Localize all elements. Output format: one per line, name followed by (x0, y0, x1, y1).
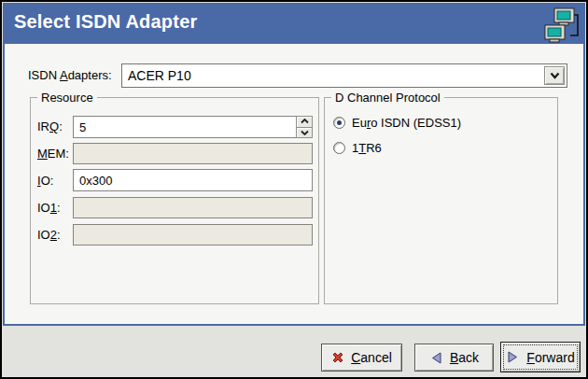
back-arrow-icon (429, 351, 443, 365)
cancel-button-label: Cancel (351, 350, 392, 365)
isdn-adapter-selected-value: ACER P10 (128, 68, 191, 83)
cancel-x-icon (331, 351, 344, 364)
spin-up-icon (301, 119, 309, 124)
dialog-header: Select ISDN Adapter (3, 3, 585, 45)
irq-spinner-input[interactable] (73, 116, 313, 138)
io2-label: IO2: (37, 228, 61, 242)
io-input[interactable] (73, 169, 313, 191)
resource-group: Resource IRQ: MEM: IO: IO1: IO2: (30, 97, 319, 304)
isdn-adapters-label: ISDN Adapters: (28, 68, 112, 82)
radio-1tr6[interactable] (333, 142, 345, 154)
io2-input (73, 224, 313, 246)
radio-euro-isdn[interactable] (333, 117, 345, 129)
back-button-label: Back (450, 350, 479, 365)
page-title: Select ISDN Adapter (14, 11, 197, 33)
network-computers-icon (542, 6, 581, 45)
spin-up-button[interactable] (296, 116, 313, 128)
chevron-down-icon (550, 72, 560, 79)
spin-down-button[interactable] (296, 128, 313, 139)
cancel-button[interactable]: Cancel (321, 344, 402, 372)
combobox-dropdown-button[interactable] (544, 66, 565, 85)
d-channel-protocol-group: D Channel Protocol Euro ISDN (EDSS1) 1TR… (324, 97, 558, 304)
forward-button-label: Forward (526, 350, 574, 365)
radio-selected-dot (337, 120, 342, 125)
irq-label: IRQ: (37, 119, 63, 133)
dialog-content: ISDN Adapters: ACER P10 Resource IRQ: (3, 44, 585, 326)
isdn-adapter-combobox[interactable]: ACER P10 (121, 63, 567, 88)
radio-1tr6-label[interactable]: 1TR6 (352, 141, 382, 155)
radio-euro-isdn-label[interactable]: Euro ISDN (EDSS1) (352, 116, 461, 130)
mem-label: MEM: (37, 147, 69, 161)
forward-button[interactable]: Forward (500, 342, 581, 372)
io-label: IO: (37, 174, 53, 188)
forward-arrow-icon (506, 350, 520, 364)
dialog-window: Select ISDN Adapter ISDN Adapters: ACER … (0, 0, 588, 379)
back-button[interactable]: Back (414, 344, 494, 372)
resource-group-title: Resource (37, 91, 97, 105)
mem-input (73, 143, 313, 164)
d-channel-protocol-group-title: D Channel Protocol (331, 91, 444, 105)
io1-input (73, 197, 313, 218)
io1-label: IO1: (37, 201, 61, 215)
spin-down-icon (301, 130, 309, 135)
irq-spinner-buttons (296, 116, 313, 138)
